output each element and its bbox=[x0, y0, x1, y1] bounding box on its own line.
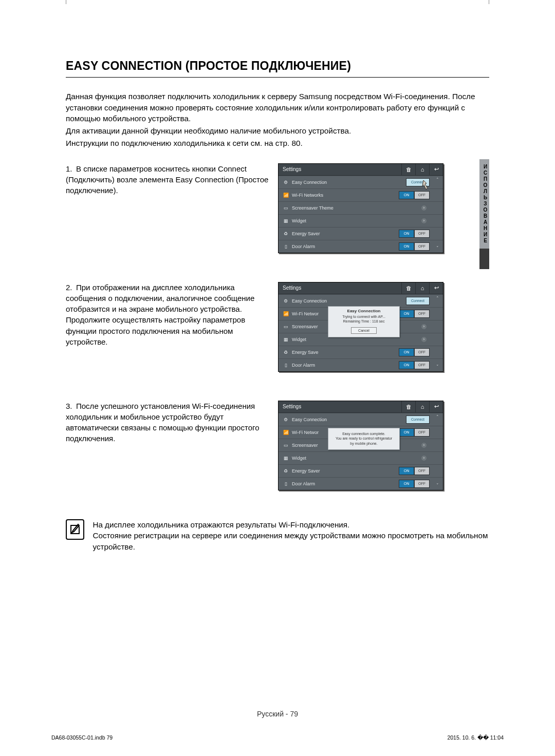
footer-left: DA68-03055C-01.indb 79 bbox=[51, 734, 113, 741]
door-icon: ▯ bbox=[282, 481, 290, 486]
connect-button[interactable]: Connect bbox=[406, 297, 430, 305]
energy-toggle[interactable]: ONOFF bbox=[399, 467, 430, 475]
door-toggle[interactable]: ONOFF bbox=[399, 361, 430, 369]
side-tab-label: ИСПОЛЬЗОВАНИЕ bbox=[479, 159, 489, 249]
scrollbar[interactable]: ˄˅ bbox=[435, 177, 440, 251]
door-toggle[interactable]: ONOFF bbox=[399, 480, 430, 488]
gear-icon: ⚙ bbox=[282, 180, 290, 185]
back-icon[interactable]: ↩ bbox=[429, 282, 443, 294]
title-rule bbox=[66, 77, 489, 78]
door-toggle[interactable]: ONOFF bbox=[399, 242, 430, 251]
trash-icon[interactable]: 🗑 bbox=[401, 164, 415, 175]
panel-header: Settings 🗑 ⌂ ↩ bbox=[279, 164, 443, 176]
panel-title: Settings bbox=[283, 285, 401, 291]
step-2: 2.При отображении на дисплее холодильник… bbox=[66, 282, 489, 372]
step-3-screenshot: Settings 🗑 ⌂ ↩ ⚙Easy ConnectionConnect 📶… bbox=[278, 401, 443, 490]
home-icon[interactable]: ⌂ bbox=[415, 282, 429, 294]
row-easy-connection[interactable]: ⚙Easy ConnectionConnect bbox=[279, 413, 443, 426]
row-energy-saver[interactable]: ♻Energy SaveONOFF bbox=[279, 346, 443, 358]
row-energy-saver[interactable]: ♻Energy SaverONOFF bbox=[279, 227, 443, 240]
popup-title: Easy Connection bbox=[328, 307, 399, 314]
screen-icon: ▭ bbox=[282, 443, 290, 448]
back-icon[interactable]: ↩ bbox=[429, 164, 443, 175]
wifi-icon: 📶 bbox=[282, 430, 290, 435]
widget-icon: ▦ bbox=[282, 337, 290, 342]
step-1-screenshot: Settings 🗑 ⌂ ↩ ⚙Easy ConnectionConnect 📶… bbox=[278, 163, 443, 253]
gear-icon: ⚙ bbox=[282, 417, 290, 422]
scroll-up-icon[interactable]: ˄ bbox=[436, 296, 439, 301]
intro-p2: Для активации данной функции необходимо … bbox=[66, 125, 489, 137]
connect-button[interactable]: Connect bbox=[406, 415, 430, 424]
chevron-right-icon[interactable]: › bbox=[421, 456, 427, 461]
row-door-alarm[interactable]: ▯Door AlarmONOFF bbox=[279, 240, 443, 253]
scrollbar[interactable]: ˄˅ bbox=[435, 296, 440, 369]
chevron-right-icon[interactable]: › bbox=[421, 337, 427, 342]
trash-icon[interactable]: 🗑 bbox=[401, 401, 415, 412]
leaf-icon: ♻ bbox=[282, 468, 290, 474]
step-3: 3.После успешного установления Wi-Fi-сое… bbox=[66, 401, 489, 490]
wifi-toggle[interactable]: ONOFF bbox=[399, 191, 430, 199]
note-block: На дисплее холодильника отражаются резул… bbox=[66, 519, 489, 553]
step-3-text: 3.После успешного установления Wi-Fi-сое… bbox=[66, 401, 269, 444]
chevron-right-icon[interactable]: › bbox=[421, 205, 427, 211]
intro-block: Данная функция позволяет подключить холо… bbox=[66, 91, 489, 149]
complete-popup: Easy connection complete.You are ready t… bbox=[328, 428, 400, 450]
page-title: EASY CONNECTION (ПРОСТОЕ ПОДКЛЮЧЕНИЕ) bbox=[66, 59, 489, 73]
scroll-down-icon[interactable]: ˅ bbox=[436, 483, 439, 488]
connecting-popup: Easy Connection Trying to connect with A… bbox=[328, 306, 400, 338]
chevron-right-icon[interactable]: › bbox=[421, 443, 427, 448]
home-icon[interactable]: ⌂ bbox=[415, 164, 429, 175]
widget-icon: ▦ bbox=[282, 456, 290, 461]
gear-icon: ⚙ bbox=[282, 298, 290, 304]
scroll-up-icon[interactable]: ˄ bbox=[436, 177, 439, 182]
wifi-toggle[interactable]: ONOFF bbox=[399, 310, 430, 318]
door-icon: ▯ bbox=[282, 244, 290, 249]
trash-icon[interactable]: 🗑 bbox=[401, 282, 415, 294]
settings-panel-3: Settings 🗑 ⌂ ↩ ⚙Easy ConnectionConnect 📶… bbox=[278, 401, 443, 490]
energy-toggle[interactable]: ONOFF bbox=[399, 348, 430, 356]
page-content: EASY CONNECTION (ПРОСТОЕ ПОДКЛЮЧЕНИЕ) Да… bbox=[66, 59, 489, 552]
panel-header: Settings 🗑 ⌂ ↩ bbox=[279, 282, 443, 294]
side-tab-dark bbox=[479, 249, 489, 269]
panel-title: Settings bbox=[283, 404, 401, 409]
home-icon[interactable]: ⌂ bbox=[415, 401, 429, 412]
row-door-alarm[interactable]: ▯Door AlarmONOFF bbox=[279, 358, 443, 371]
row-widget[interactable]: ▦Widget› bbox=[279, 214, 443, 227]
panel-header: Settings 🗑 ⌂ ↩ bbox=[279, 401, 443, 413]
panel-title: Settings bbox=[283, 166, 401, 172]
finger-pointer-icon bbox=[421, 179, 434, 190]
scroll-down-icon[interactable]: ˅ bbox=[436, 364, 439, 369]
note-text: На дисплее холодильника отражаются резул… bbox=[92, 519, 489, 553]
wifi-icon: 📶 bbox=[282, 193, 290, 198]
scroll-down-icon[interactable]: ˅ bbox=[436, 245, 439, 251]
row-easy-connection[interactable]: ⚙Easy ConnectionConnect bbox=[279, 294, 443, 307]
popup-message: Trying to connect with AP...Remaining Ti… bbox=[328, 314, 399, 328]
cancel-button[interactable]: Cancel bbox=[351, 327, 377, 334]
door-icon: ▯ bbox=[282, 363, 290, 368]
popup-message: Easy connection complete.You are ready t… bbox=[328, 428, 399, 449]
back-icon[interactable]: ↩ bbox=[429, 401, 443, 412]
leaf-icon: ♻ bbox=[282, 350, 290, 355]
intro-p1: Данная функция позволяет подключить холо… bbox=[66, 91, 489, 124]
energy-toggle[interactable]: ONOFF bbox=[399, 230, 430, 238]
leaf-icon: ♻ bbox=[282, 231, 290, 236]
chevron-right-icon[interactable]: › bbox=[421, 324, 427, 329]
row-widget[interactable]: ▦Widget› bbox=[279, 451, 443, 464]
row-energy-saver[interactable]: ♻Energy SaverONOFF bbox=[279, 464, 443, 477]
chevron-right-icon[interactable]: › bbox=[421, 218, 427, 223]
row-door-alarm[interactable]: ▯Door AlarmONOFF bbox=[279, 477, 443, 490]
step-2-text: 2.При отображении на дисплее холодильник… bbox=[66, 282, 269, 348]
settings-panel-1: Settings 🗑 ⌂ ↩ ⚙Easy ConnectionConnect 📶… bbox=[278, 163, 443, 253]
widget-icon: ▦ bbox=[282, 218, 290, 223]
row-easy-connection[interactable]: ⚙Easy ConnectionConnect bbox=[279, 176, 443, 188]
row-wifi[interactable]: 📶Wi-Fi NetworksONOFF bbox=[279, 188, 443, 201]
step-1-text: 1.В списке параметров коснитесь кнопки C… bbox=[66, 163, 269, 196]
side-tab: ИСПОЛЬЗОВАНИЕ bbox=[479, 159, 489, 269]
row-screensaver[interactable]: ▭Screensaver Theme› bbox=[279, 201, 443, 214]
note-icon bbox=[66, 519, 84, 540]
wifi-toggle[interactable]: ONOFF bbox=[399, 428, 430, 437]
scroll-up-icon[interactable]: ˄ bbox=[436, 414, 439, 420]
page-number: Русский - 79 bbox=[0, 710, 555, 718]
intro-p3: Инструкции по подключению холодильника к… bbox=[66, 138, 489, 149]
scrollbar[interactable]: ˄˅ bbox=[435, 414, 440, 488]
